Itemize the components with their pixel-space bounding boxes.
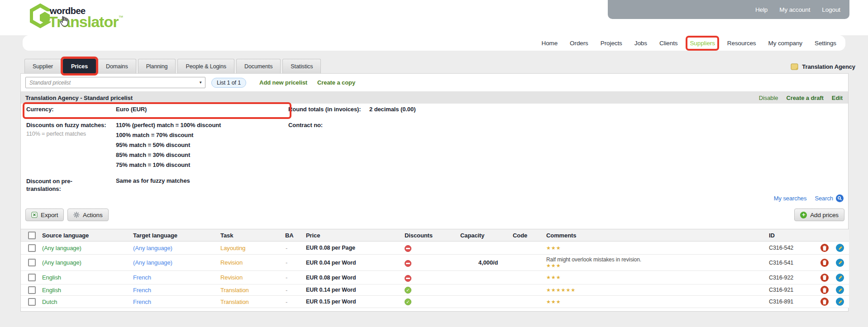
export-button-label: Export (41, 212, 58, 218)
excel-export-icon (31, 212, 38, 218)
nav-item-jobs[interactable]: Jobs (634, 40, 647, 47)
tab-supplier[interactable]: Supplier (24, 59, 61, 73)
tab-domains[interactable]: Domains (98, 59, 136, 73)
star-rating: ★★★ (546, 299, 767, 305)
header-cell-ba: BA (283, 232, 304, 239)
logout-link[interactable]: Logout (822, 6, 840, 13)
edit-icon[interactable] (836, 259, 844, 267)
pricelist-select[interactable]: Standard pricelist ▼ (25, 77, 205, 88)
tab-documents[interactable]: Documents (236, 59, 281, 73)
header-cell-code: Code (510, 232, 544, 239)
chevron-down-icon[interactable]: ▼ (199, 81, 202, 85)
target-language-link[interactable]: French (131, 287, 218, 294)
row-checkbox[interactable] (28, 274, 36, 281)
ba-value: - (283, 287, 304, 294)
task-link[interactable]: Layouting (218, 245, 283, 251)
add-new-pricelist-link[interactable]: Add new pricelist (259, 79, 307, 86)
header-cell-target-language: Target language (131, 232, 218, 239)
source-language-link[interactable]: English (40, 274, 131, 281)
edit-link[interactable]: Edit (832, 95, 843, 101)
ba-value: - (283, 274, 304, 281)
my-account-link[interactable]: My account (779, 6, 810, 13)
fuzzy-discounts-note: 110% = perfect matches (26, 131, 86, 137)
table-header-row: Source languageTarget languageTaskBAPric… (21, 229, 849, 242)
actions-button-label: Actions (83, 212, 103, 218)
disable-link[interactable]: Disable (759, 95, 778, 101)
source-language-link[interactable]: English (40, 287, 131, 294)
price-value: EUR 0.14 per Word (304, 287, 402, 293)
target-language-link[interactable]: (Any language) (131, 245, 218, 251)
nav-item-suppliers[interactable]: Suppliers (690, 40, 715, 47)
source-language-link[interactable]: (Any language) (40, 259, 131, 266)
row-checkbox[interactable] (28, 286, 36, 294)
nav-item-settings[interactable]: Settings (815, 40, 836, 47)
nav-item-clients[interactable]: Clients (659, 40, 678, 47)
edit-icon[interactable] (836, 298, 844, 306)
star-rating: ★★★ (546, 263, 767, 269)
delete-icon[interactable] (820, 244, 829, 252)
price-value: EUR 0.04 per Word (304, 260, 402, 266)
prices-table: Source languageTarget languageTaskBAPric… (21, 229, 849, 308)
target-language-link[interactable]: French (131, 299, 218, 305)
source-language-link[interactable]: (Any language) (40, 245, 131, 251)
task-link[interactable]: Translation (218, 287, 283, 294)
my-searches-link[interactable]: My searches (774, 195, 807, 202)
ba-value: - (283, 299, 304, 305)
edit-icon[interactable] (836, 244, 844, 252)
wordbee-logo[interactable]: wordbee Translator™ (30, 3, 148, 33)
export-button[interactable]: Export (25, 209, 64, 221)
nav-item-orders[interactable]: Orders (570, 40, 588, 47)
select-all-checkbox[interactable] (28, 232, 36, 239)
edit-icon[interactable] (836, 286, 844, 294)
discount-allowed-icon: ✓ (405, 299, 411, 305)
round-totals-value: 2 decimals (0.00) (369, 106, 415, 113)
tab-statistics[interactable]: Statistics (282, 59, 321, 73)
prices-panel: Standard pricelist ▼ List 1 of 1 Add new… (20, 73, 849, 312)
delete-icon[interactable] (820, 286, 829, 294)
table-body: (Any language)(Any language)Layouting-EU… (21, 242, 849, 308)
pricelist-actions: DisableCreate a draftEdit (759, 95, 843, 101)
row-checkbox[interactable] (28, 244, 36, 252)
row-checkbox[interactable] (28, 298, 36, 306)
company-name: Translation Agency (802, 63, 855, 70)
nav-item-home[interactable]: Home (541, 40, 558, 47)
header-cell-empty-0 (21, 232, 40, 239)
task-link[interactable]: Revision (218, 274, 283, 281)
header-cell-id: ID (767, 232, 815, 239)
delete-icon[interactable] (820, 298, 829, 306)
pricelist-details: Currency: Euro (EUR) Round totals (in in… (21, 104, 848, 228)
main-nav: HomeOrdersProjectsJobsClientsSuppliersRe… (23, 35, 845, 51)
nav-item-resources[interactable]: Resources (727, 40, 756, 47)
price-value: EUR 0.08 per Word (304, 275, 402, 281)
target-language-link[interactable]: French (131, 274, 218, 281)
discount-cell: ✓ (402, 286, 458, 294)
delete-icon[interactable] (820, 274, 829, 282)
tab-planning[interactable]: Planning (138, 59, 176, 73)
search-link[interactable]: Search (815, 194, 844, 202)
table-row: (Any language)(Any language)Revision-EUR… (21, 255, 849, 271)
task-link[interactable]: Translation (218, 299, 283, 305)
target-language-link[interactable]: (Any language) (131, 259, 218, 266)
tab-people-logins[interactable]: People & Logins (177, 59, 234, 73)
task-link[interactable]: Revision (218, 259, 283, 266)
nav-item-my-company[interactable]: My company (768, 40, 802, 47)
actions-button[interactable]: Actions (67, 209, 109, 221)
source-language-link[interactable]: Dutch (40, 299, 131, 305)
table-row: EnglishFrenchRevision-EUR 0.08 per Word★… (21, 271, 849, 284)
add-prices-button[interactable]: + Add prices (794, 209, 844, 221)
create-a-copy-link[interactable]: Create a copy (317, 79, 355, 86)
comment-text: Ralf might overlook mistakes in revision… (546, 257, 767, 263)
pricelist-header-bar: Translation Agency - Standard pricelist … (21, 92, 848, 104)
fuzzy-line-2: 100% match = 70% discount (116, 132, 221, 142)
discount-allowed-icon: ✓ (405, 287, 411, 294)
edit-icon[interactable] (836, 274, 844, 282)
help-link[interactable]: Help (755, 6, 768, 13)
tab-prices[interactable]: Prices (63, 59, 96, 73)
create-a-draft-link[interactable]: Create a draft (786, 95, 823, 101)
nav-item-projects[interactable]: Projects (601, 40, 622, 47)
row-checkbox[interactable] (28, 259, 36, 266)
delete-icon[interactable] (820, 259, 829, 267)
pricelist-select-value: Standard pricelist (29, 80, 71, 86)
comment-cell: ★★★ (544, 245, 767, 251)
row-actions (815, 259, 849, 267)
